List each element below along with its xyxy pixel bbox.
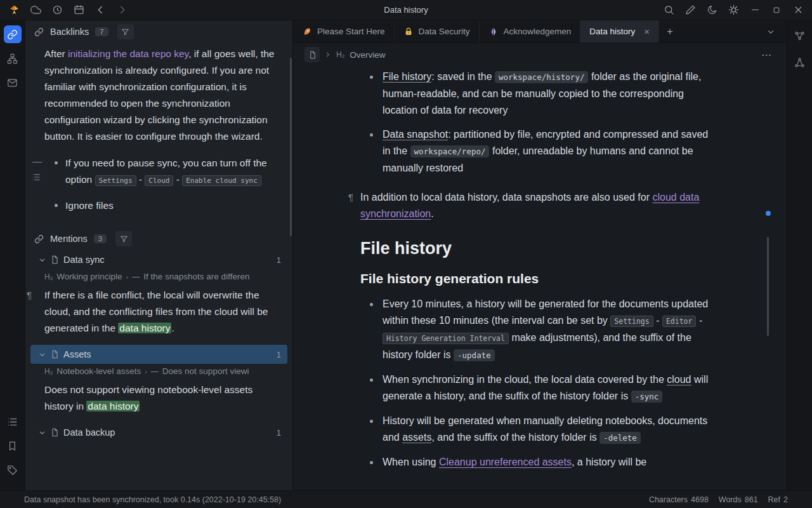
titlebar-right-group (661, 3, 806, 18)
body-text: In addition to local data history, data … (360, 192, 652, 203)
inline-code: -delete (599, 432, 641, 444)
editor-scrollbar-thumb[interactable] (767, 237, 769, 336)
more-options-button[interactable]: ⋯ (761, 49, 773, 61)
stat-label: Words (719, 495, 742, 504)
mention-group-assets[interactable]: Assets 1 (30, 345, 287, 364)
body-text: When synchronizing in the cloud, the loc… (383, 374, 667, 385)
block-ref[interactable]: Data snapshot (383, 129, 448, 140)
inbox-dock-button[interactable] (4, 74, 22, 91)
list-item-delete-rule[interactable]: History will be generated when manually … (360, 413, 713, 446)
theme-moon-button[interactable] (704, 3, 719, 18)
mention-breadcrumb[interactable]: H₂ Notebook-level assets › — Does not su… (25, 364, 292, 378)
list-item-cleanup-rule[interactable]: When using Cleanup unreferenced assets, … (360, 454, 713, 471)
backlink-list-item[interactable]: If you need to pause sync, you can turn … (25, 155, 292, 189)
paragraph-block[interactable]: ¶In addition to local data history, data… (360, 189, 713, 222)
daily-note-calendar-button[interactable] (71, 3, 86, 18)
kbd-editor: Editor (662, 316, 697, 327)
tab-label: Acknowledgemen (504, 27, 572, 36)
status-bar: Data snapshot has been synchronized, too… (0, 490, 812, 508)
backlink-list: — If you need to pause sync, you can tur… (25, 155, 292, 222)
backlinks-filter-button[interactable] (117, 24, 134, 39)
graph-view-dock-button[interactable] (791, 27, 809, 44)
tab-acknowledgements[interactable]: Acknowledgemen (480, 20, 581, 43)
mention-group-data-sync[interactable]: Data sync 1 (25, 250, 292, 269)
mention-breadcrumb[interactable]: H₂ Working principle › — If the snapshot… (25, 269, 292, 284)
kbd-enable-cloud-sync: Enable cloud sync (182, 175, 261, 186)
editor-area: Please Start Here Data Security Acknowle… (293, 20, 787, 490)
filter-funnel-icon (120, 235, 128, 243)
mention-paragraph[interactable]: ¶If there is a file conflict, the local … (44, 287, 282, 337)
tab-list-dropdown-button[interactable] (760, 20, 782, 43)
status-message: Data snapshot has been synchronized, too… (24, 495, 281, 504)
search-highlight: data history (86, 401, 140, 411)
close-window-button[interactable] (790, 3, 806, 18)
tag-dock-button[interactable] (4, 461, 22, 479)
crumb-title: Notebook-level assets (56, 366, 141, 376)
kbd-cloud: Cloud (145, 175, 173, 186)
link-icon (34, 234, 44, 244)
stat-value: 2 (783, 495, 788, 504)
backlink-excerpt[interactable]: After initializing the data repo key, if… (44, 46, 282, 145)
new-tab-button[interactable]: + (659, 20, 681, 43)
settings-gear-button[interactable] (726, 3, 741, 18)
chevron-right-icon (325, 51, 331, 58)
global-graph-dock-button[interactable] (791, 53, 809, 71)
block-ref[interactable]: File history (383, 71, 431, 83)
heading-generation-rules[interactable]: File history generation rules (360, 269, 713, 288)
top-bullet-list: File history: saved in the workspace/his… (360, 69, 713, 177)
navigate-forward-button[interactable] (114, 3, 129, 18)
body-text: . (431, 208, 433, 219)
list-item-data-snapshot[interactable]: Data snapshot: partitioned by file, encr… (360, 126, 713, 177)
mention-count: 1 (277, 428, 281, 438)
list-item-file-history[interactable]: File history: saved in the workspace/his… (360, 69, 713, 119)
maximize-button[interactable] (769, 3, 784, 18)
paragraph-mark: ¶ (348, 189, 353, 206)
mentions-filter-button[interactable] (115, 231, 132, 246)
document-column: File history: saved in the workspace/his… (360, 69, 713, 471)
list-item-interval-rule[interactable]: Every 10 minutes, a history will be gene… (360, 296, 713, 364)
document-icon-button[interactable] (304, 47, 320, 62)
tab-close-icon[interactable]: × (644, 26, 650, 37)
graph-dock-button[interactable] (4, 50, 22, 67)
tab-data-history[interactable]: Data history × (580, 20, 659, 43)
chevron-down-icon (39, 257, 46, 264)
kbd-history-generation-interval: History Generation Interval (383, 333, 509, 344)
mention-text: Does not support viewing notebook-level … (44, 384, 252, 411)
link-icon (7, 29, 18, 40)
backlink-ref-link[interactable]: initializing the data repo key (68, 48, 188, 59)
block-ref[interactable]: assets (402, 432, 431, 443)
mention-text: . (171, 323, 174, 333)
mention-group-data-backup[interactable]: Data backup 1 (25, 423, 292, 442)
bookmark-dock-button[interactable] (4, 437, 22, 455)
minimize-button[interactable] (747, 3, 763, 18)
heading-file-history[interactable]: File history (360, 237, 713, 259)
breadcrumb-heading-label[interactable]: Overview (350, 50, 385, 60)
list-item-sync-rule[interactable]: When synchronizing in the cloud, the loc… (360, 371, 713, 405)
rocket-icon (302, 27, 312, 37)
data-history-button[interactable] (49, 3, 65, 18)
backlink-list-item[interactable]: Ignore files (25, 197, 292, 214)
excerpt-text: , if all goes well, the synchronization … (44, 48, 274, 142)
block-ref[interactable]: cloud (667, 374, 691, 385)
backlinks-dock-button[interactable] (4, 25, 22, 43)
filter-funnel-icon (121, 28, 129, 36)
kbd-settings: Settings (610, 316, 653, 327)
global-search-button[interactable] (661, 3, 676, 18)
stat-label: Characters (649, 495, 688, 504)
backlinks-title: Backlinks (50, 27, 89, 37)
tab-data-security[interactable]: Data Security (395, 20, 480, 43)
stat-value: 4698 (691, 495, 709, 504)
outline-dock-button[interactable] (4, 413, 22, 431)
chevron-down-icon (39, 351, 46, 358)
mention-paragraph[interactable]: Does not support viewing notebook-level … (44, 382, 282, 415)
cloud-sync-button[interactable] (28, 3, 43, 18)
doc-link[interactable]: Cleanup unreferenced assets (439, 457, 572, 467)
tab-please-start-here[interactable]: Please Start Here (293, 20, 395, 43)
stat-words: Words861 (719, 495, 758, 504)
edit-mode-button[interactable] (683, 3, 698, 18)
navigate-back-button[interactable] (93, 3, 108, 18)
rules-bullet-list: Every 10 minutes, a history will be gene… (360, 296, 713, 471)
body-text: : saved in the (431, 71, 495, 82)
panel-scrollbar-thumb[interactable] (290, 58, 292, 236)
tab-label: Data history (589, 27, 635, 36)
